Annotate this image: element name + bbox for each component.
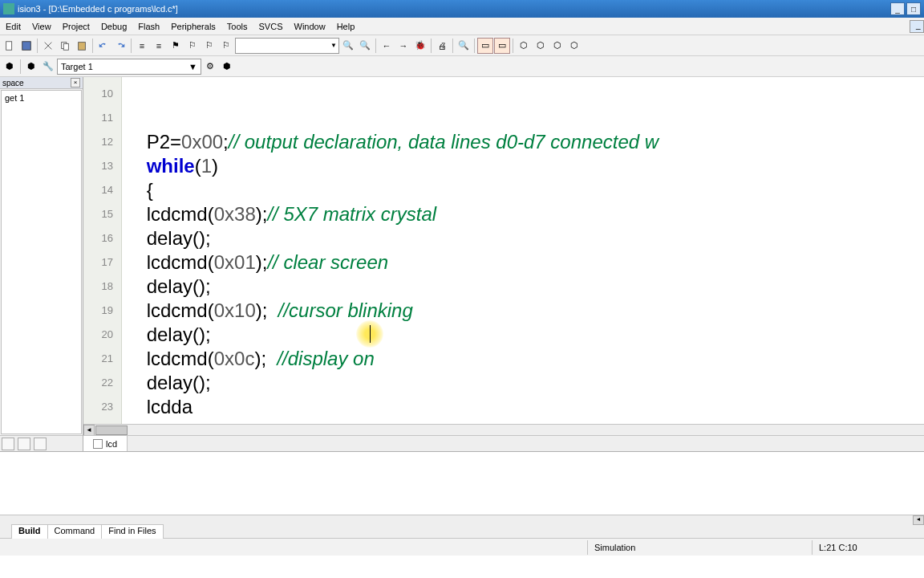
svg-rect-4 [79,42,86,50]
menu-bar: Edit View Project Debug Flash Peripheral… [0,18,924,35]
line-number: 16 [83,226,121,250]
outdent-button[interactable]: ≡ [151,38,167,54]
code-line[interactable]: delay(); [125,275,924,299]
code-line[interactable]: delay(); [125,226,924,250]
code-line[interactable]: while(1) [125,154,924,178]
indent-button[interactable]: ≡ [134,38,150,54]
bookmark-button[interactable]: ⚑ [168,38,184,54]
redo-button[interactable] [112,38,128,54]
copy-icon [59,40,71,51]
code-line[interactable]: delay(); [125,323,924,347]
code-line[interactable]: lcdcmd(0x10); //cursor blinking [125,299,924,323]
ws-tab-3[interactable] [34,438,47,450]
scroll-thumb[interactable] [95,425,128,435]
find-next-button[interactable]: 🔍 [357,38,373,54]
output-tabs: Build Command Find in Files [0,524,924,539]
code-line[interactable]: lcdda [125,395,924,419]
bookmark-next-button[interactable]: ⚐ [184,38,201,54]
undo-button[interactable] [95,38,111,54]
find-button[interactable]: 🔍 [340,38,356,54]
svg-rect-0 [6,41,12,50]
target-selector[interactable]: Target 1 ▼ [57,59,201,75]
menu-help[interactable]: Help [331,22,361,31]
window-button-1[interactable]: ▭ [477,38,493,54]
tool-button-3[interactable]: ⬡ [549,38,565,54]
menu-window[interactable]: Window [289,22,331,31]
output-content[interactable] [0,452,924,515]
horizontal-scrollbar[interactable]: ◄ [83,424,924,435]
menu-project[interactable]: Project [57,22,95,31]
file-tabs: lcd [83,435,924,451]
menu-peripherals[interactable]: Peripherals [165,22,221,31]
status-bar: Simulation L:21 C:10 [0,538,924,556]
menu-svcs[interactable]: SVCS [253,22,289,31]
code-line[interactable]: delay(); [125,371,924,395]
copy-button[interactable] [57,38,73,54]
code-line[interactable]: lcdcmd(0x38);// 5X7 matrix crystal [125,202,924,226]
menu-flash[interactable]: Flash [132,22,165,31]
bookmark-clear-button[interactable]: ⚐ [218,38,234,54]
bookmark-prev-button[interactable]: ⚐ [201,38,217,54]
maximize-button[interactable]: □ [906,2,921,15]
nav-forward-button[interactable]: → [395,38,411,54]
scroll-left-button[interactable]: ◄ [83,425,95,436]
scroll-left-icon[interactable]: ◄ [913,515,924,525]
chevron-down-icon: ▼ [330,42,337,49]
code-area: 1011121314151617181920212223 P2=0x00;// … [83,77,924,424]
scroll-track[interactable] [128,425,924,436]
redo-icon [115,40,126,51]
options-button[interactable]: 🔧 [40,59,56,75]
line-number: 14 [83,178,121,202]
code-line[interactable]: { [125,178,924,202]
nav-back-button[interactable]: ← [379,38,395,54]
flash-button[interactable]: ⬢ [219,59,235,75]
minimize-button[interactable]: _ [890,2,905,15]
tool-button-2[interactable]: ⬡ [533,38,549,54]
tool-button-1[interactable]: ⬡ [516,38,532,54]
menu-tools[interactable]: Tools [221,22,253,31]
menu-view[interactable]: View [26,22,57,31]
undo-icon [98,40,109,51]
line-gutter: 1011121314151617181920212223 [83,77,122,424]
window-controls: _ □ [889,2,921,15]
line-number: 15 [83,202,121,226]
ws-tab-2[interactable] [18,438,30,450]
workspace-tabs [0,435,83,451]
inner-min-button[interactable]: _ [910,20,924,33]
ws-tab-1[interactable] [2,438,14,450]
file-tab-lcd[interactable]: lcd [83,436,128,451]
target-label: Target 1 [61,62,93,71]
cut-button[interactable] [40,38,56,54]
tool-button-4[interactable]: ⬡ [566,38,582,54]
project-tree[interactable]: get 1 [1,90,82,434]
line-number: 10 [83,82,121,106]
code-content[interactable]: P2=0x00;// output declaration, data line… [122,77,924,424]
zoom-button[interactable]: 🔍 [456,38,472,54]
code-line[interactable]: lcdcmd(0x0c); //display on [125,347,924,371]
find-combo[interactable]: ▼ [235,38,339,54]
workspace-close-button[interactable]: × [71,78,80,88]
paste-button[interactable] [74,38,90,54]
line-number: 19 [83,299,121,323]
code-line[interactable]: P2=0x00;// output declaration, data line… [125,130,924,154]
output-scrollbar: ◄ [0,515,924,524]
menu-edit[interactable]: Edit [0,22,26,31]
code-editor: 1011121314151617181920212223 P2=0x00;// … [83,77,924,451]
build-button[interactable]: ⬢ [2,59,18,75]
target-options-button[interactable]: ⚙ [202,59,218,75]
output-tab-find[interactable]: Find in Files [102,524,163,539]
output-tab-command[interactable]: Command [48,524,103,539]
code-line[interactable]: lcdcmd(0x01);// clear screen [125,250,924,275]
line-number: 21 [83,347,121,371]
output-tab-build[interactable]: Build [11,524,48,539]
new-button[interactable] [2,38,18,54]
print-button[interactable]: 🖨 [434,38,450,54]
rebuild-button[interactable]: ⬢ [23,59,39,75]
debug-button[interactable]: 🐞 [412,38,428,54]
window-button-2[interactable]: ▭ [494,38,510,54]
menu-debug[interactable]: Debug [95,22,132,31]
code-line[interactable] [125,419,924,424]
svg-rect-3 [63,43,68,50]
save-button[interactable] [18,38,34,54]
tree-node-target[interactable]: get 1 [3,92,79,104]
